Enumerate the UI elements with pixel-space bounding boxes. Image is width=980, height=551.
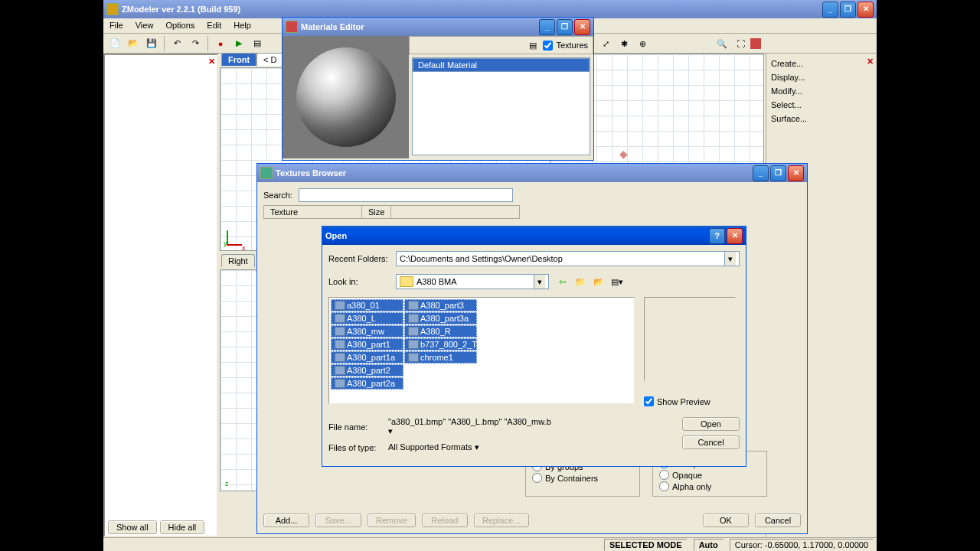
menu-edit[interactable]: Edit xyxy=(201,18,227,33)
reload-button[interactable]: Reload xyxy=(422,514,468,527)
remove-button[interactable]: Remove xyxy=(368,514,416,527)
ok-button[interactable]: OK xyxy=(703,514,749,527)
open-button[interactable]: Open xyxy=(682,417,740,431)
menu-create[interactable]: Create... xyxy=(769,57,874,70)
save-button[interactable]: Save... xyxy=(315,514,361,527)
menu-modify[interactable]: Modify... xyxy=(769,84,874,98)
new-icon[interactable]: 📄 xyxy=(106,35,123,52)
cancel-button[interactable]: Cancel xyxy=(755,514,801,527)
search-input[interactable] xyxy=(299,188,513,202)
mat-restore-button[interactable]: ❐ xyxy=(557,19,573,35)
menu-select[interactable]: Select... xyxy=(769,98,874,112)
tex-close-button[interactable]: ✕ xyxy=(788,165,804,181)
filename-combo[interactable]: "a380_01.bmp" "A380_L.bmp" "A380_mw.b ▾ xyxy=(388,417,557,436)
record-icon[interactable]: ● xyxy=(212,35,229,52)
dropdown-arrow-icon[interactable]: ▾ xyxy=(534,275,545,289)
menu-options[interactable]: Options xyxy=(159,18,201,33)
open-icon[interactable]: 📂 xyxy=(125,35,142,52)
panel-close-icon[interactable]: ✕ xyxy=(208,57,215,67)
file-name: A380_part2a xyxy=(347,379,395,388)
config-icon[interactable]: ▤ xyxy=(249,35,266,52)
play-icon[interactable]: ▶ xyxy=(230,35,247,52)
mat-close-button[interactable]: ✕ xyxy=(574,19,590,35)
tex-restore-button[interactable]: ❐ xyxy=(770,165,786,181)
hide-all-button[interactable]: Hide all xyxy=(160,520,205,534)
materials-list[interactable]: Default Material xyxy=(412,57,590,155)
marker-icon: ◆ xyxy=(619,148,628,160)
menu-help[interactable]: Help xyxy=(227,18,257,33)
file-item[interactable]: a380_01 xyxy=(331,299,403,311)
radio-containers[interactable] xyxy=(532,473,542,483)
file-item[interactable]: A380_part3a xyxy=(404,312,477,324)
mat-minimize-button[interactable]: _ xyxy=(539,19,555,35)
menu-file[interactable]: File xyxy=(103,18,129,33)
menu-display[interactable]: Display... xyxy=(769,70,874,84)
radio-alpha[interactable] xyxy=(659,481,669,491)
help-button[interactable]: ? xyxy=(709,228,725,244)
tab-right[interactable]: Right xyxy=(221,254,255,267)
tex-titlebar[interactable]: Textures Browser _ ❐ ✕ xyxy=(257,164,807,182)
tex-minimize-button[interactable]: _ xyxy=(753,165,769,181)
col-size[interactable]: Size xyxy=(362,206,391,218)
zoom-icon[interactable]: 🔍 xyxy=(714,35,730,52)
filetype-combo[interactable]: All Supported Formats ▾ xyxy=(388,442,557,452)
add-button[interactable]: Add... xyxy=(263,514,309,527)
minimize-button[interactable]: _ xyxy=(822,2,838,18)
lookin-combo[interactable]: A380 BMA ▾ xyxy=(396,274,549,289)
show-preview-input[interactable] xyxy=(644,396,654,406)
undo-icon[interactable]: ↶ xyxy=(168,35,185,52)
textures-checkbox-input[interactable] xyxy=(543,41,553,51)
menu-view[interactable]: View xyxy=(129,18,160,33)
recent-folders-combo[interactable]: C:\Documents and Settings\Owner\Desktop … xyxy=(396,251,740,266)
back-icon[interactable]: ⇦ xyxy=(555,275,569,289)
dropdown-arrow-icon[interactable]: ▾ xyxy=(388,426,393,435)
file-item[interactable]: b737_800_2_T xyxy=(404,338,477,350)
new-folder-icon[interactable]: 📂 xyxy=(592,275,606,289)
materials-titlebar[interactable]: Materials Editor _ ❐ ✕ xyxy=(283,18,593,36)
filetype-value: All Supported Formats xyxy=(388,442,472,452)
file-item[interactable]: A380_part2 xyxy=(331,364,403,377)
lookin-value: A380 BMA xyxy=(416,277,457,286)
material-item[interactable]: Default Material xyxy=(413,58,590,72)
file-item[interactable]: chrome1 xyxy=(404,351,477,364)
show-all-button[interactable]: Show all xyxy=(108,520,157,534)
open-dialog: Open ? ✕ Recent Folders: C:\Documents an… xyxy=(322,226,746,467)
radio-opaque[interactable] xyxy=(659,470,669,480)
file-item[interactable]: A380_part1a xyxy=(331,351,403,364)
textures-checkbox[interactable]: Textures xyxy=(543,41,588,51)
file-item[interactable]: A380_R xyxy=(404,325,477,337)
open-cancel-button[interactable]: Cancel xyxy=(682,435,740,449)
file-name: A380_part1a xyxy=(347,353,395,362)
redo-icon[interactable]: ↷ xyxy=(187,35,204,52)
menu-surface[interactable]: Surface... xyxy=(769,112,874,126)
red-box-icon[interactable] xyxy=(750,38,761,49)
file-item[interactable]: A380_part3 xyxy=(404,299,477,311)
dropdown-arrow-icon[interactable]: ▾ xyxy=(724,252,736,266)
show-preview-checkbox[interactable]: Show Preview xyxy=(644,396,710,406)
save-icon[interactable]: 💾 xyxy=(143,35,160,52)
tab-front-d[interactable]: < D xyxy=(256,53,283,66)
dropdown-arrow-icon[interactable]: ▾ xyxy=(475,442,479,452)
restore-button[interactable]: ❐ xyxy=(840,2,856,18)
fit-icon[interactable]: ⛶ xyxy=(732,35,749,52)
right-panel-close-icon[interactable]: ✕ xyxy=(867,57,874,67)
tool-icon-1[interactable]: ✱ xyxy=(616,35,632,52)
open-close-button[interactable]: ✕ xyxy=(727,228,743,244)
tab-front[interactable]: Front xyxy=(221,53,256,66)
close-button[interactable]: ✕ xyxy=(858,2,874,18)
open-titlebar[interactable]: Open ? ✕ xyxy=(322,227,746,245)
open-title: Open xyxy=(325,231,347,240)
replace-button[interactable]: Replace... xyxy=(474,514,529,527)
up-icon[interactable]: 📁 xyxy=(573,275,587,289)
col-texture[interactable]: Texture xyxy=(264,206,362,218)
layers-icon[interactable]: ▤ xyxy=(529,41,537,51)
file-item[interactable]: A380_L xyxy=(331,312,403,324)
file-list[interactable]: a380_01A380_LA380_mwA380_part1A380_part1… xyxy=(328,297,635,404)
tool-icon-2[interactable]: ⊕ xyxy=(634,35,651,52)
file-item[interactable]: A380_part1 xyxy=(331,338,403,350)
file-item[interactable]: A380_mw xyxy=(331,325,403,337)
filename-value: "a380_01.bmp" "A380_L.bmp" "A380_mw.b xyxy=(388,417,551,426)
file-item[interactable]: A380_part2a xyxy=(331,377,403,390)
views-icon[interactable]: ▤▾ xyxy=(610,275,624,289)
scale-icon[interactable]: ⤢ xyxy=(597,35,614,52)
